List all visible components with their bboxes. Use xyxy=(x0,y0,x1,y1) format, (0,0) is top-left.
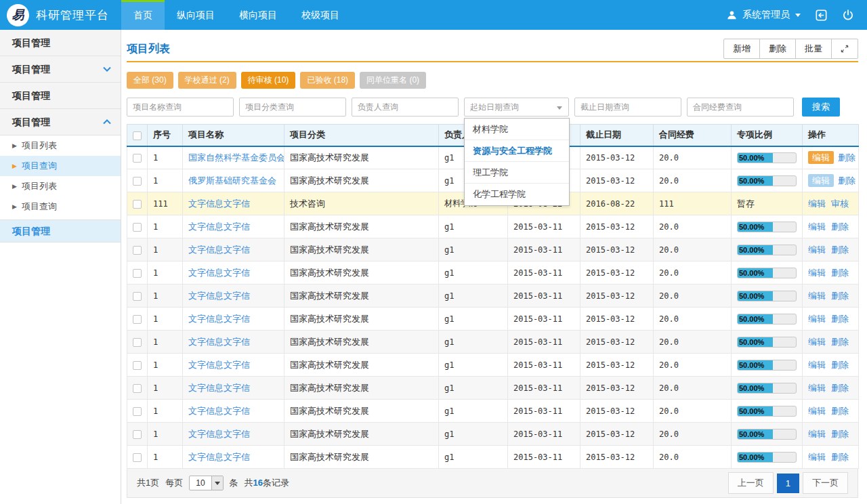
action-edit[interactable]: 编辑 xyxy=(808,245,826,255)
batch-button[interactable]: 批量 xyxy=(795,39,832,59)
row-checkbox[interactable] xyxy=(133,223,142,232)
search-button[interactable]: 搜索 xyxy=(802,98,840,117)
page-1-button[interactable]: 1 xyxy=(777,474,799,493)
dropdown-option-resources-safety[interactable]: 资源与安全工程学院 xyxy=(465,140,569,162)
row-checkbox[interactable] xyxy=(133,361,142,370)
sidebar-group-4[interactable]: 项目管理 xyxy=(0,109,121,135)
select-all-checkbox[interactable] xyxy=(133,131,142,140)
row-checkbox[interactable] xyxy=(133,246,142,255)
action-second[interactable]: 删除 xyxy=(831,360,849,370)
sidebar-item-project-list-2[interactable]: ▶ 项目列表 xyxy=(0,176,121,196)
action-edit[interactable]: 编辑 xyxy=(808,198,826,209)
action-second[interactable]: 删除 xyxy=(838,152,855,163)
add-button[interactable]: 新增 xyxy=(723,39,760,59)
action-edit[interactable]: 编辑 xyxy=(808,429,826,439)
action-edit[interactable]: 编辑 xyxy=(808,337,826,347)
nav-tab-vertical-projects[interactable]: 纵向项目 xyxy=(165,0,227,30)
row-checkbox[interactable] xyxy=(133,315,142,324)
cell-project-name-link[interactable]: 文字信息文字信 xyxy=(183,400,284,423)
action-edit[interactable]: 编辑 xyxy=(808,406,826,416)
action-second[interactable]: 删除 xyxy=(838,175,855,186)
action-second[interactable]: 删除 xyxy=(831,452,849,462)
action-edit[interactable]: 编辑 xyxy=(808,360,826,370)
row-checkbox[interactable] xyxy=(133,407,142,416)
row-checkbox[interactable] xyxy=(133,200,142,209)
dropdown-option-science-tech[interactable]: 理工学院 xyxy=(465,162,569,184)
filter-accepted[interactable]: 已验收 (18) xyxy=(300,72,355,89)
action-second[interactable]: 删除 xyxy=(831,222,849,232)
action-second[interactable]: 删除 xyxy=(831,291,849,301)
action-second[interactable]: 删除 xyxy=(831,268,849,278)
action-second[interactable]: 删除 xyxy=(831,383,849,393)
action-second[interactable]: 审核 xyxy=(831,198,849,209)
sidebar-item-project-query-1[interactable]: ▶ 项目查询 xyxy=(0,156,121,176)
cell-project-name-link[interactable]: 文字信息文字信 xyxy=(183,354,284,377)
action-edit[interactable]: 编辑 xyxy=(808,452,826,462)
row-checkbox[interactable] xyxy=(133,154,142,163)
filter-pending-review[interactable]: 待审核 (10) xyxy=(241,72,296,89)
cell-project-name-link[interactable]: 文字信息文字信 xyxy=(183,261,284,285)
sidebar-item-project-list-1[interactable]: ▶ 项目列表 xyxy=(0,135,121,156)
action-edit[interactable]: 编辑 xyxy=(808,174,834,187)
cell-project-name-link[interactable]: 文字信息文字信 xyxy=(183,446,284,469)
cell-project-name-link[interactable]: 文字信息文字信 xyxy=(183,285,284,308)
nav-tab-home[interactable]: 首页 xyxy=(121,0,165,30)
project-name-input[interactable] xyxy=(127,98,234,117)
exit-icon[interactable] xyxy=(814,8,828,22)
action-edit[interactable]: 编辑 xyxy=(808,268,826,278)
delete-button[interactable]: 删除 xyxy=(759,39,796,59)
end-date-input[interactable] xyxy=(574,98,681,117)
action-edit[interactable]: 编辑 xyxy=(808,383,826,393)
top-right-area: 系统管理员 xyxy=(725,0,867,30)
row-checkbox[interactable] xyxy=(133,430,142,439)
cell-project-name-link[interactable]: 文字信息文字信 xyxy=(183,308,284,331)
leader-input[interactable] xyxy=(352,98,459,117)
action-edit[interactable]: 编辑 xyxy=(808,222,826,232)
row-checkbox[interactable] xyxy=(133,384,142,393)
sidebar-group-1[interactable]: 项目管理 xyxy=(0,30,121,56)
cell-project-name-link[interactable]: 俄罗斯基础研究基金会 xyxy=(183,169,284,192)
row-checkbox[interactable] xyxy=(133,269,142,278)
row-checkbox[interactable] xyxy=(133,338,142,347)
row-checkbox[interactable] xyxy=(133,292,142,301)
filter-duplicate-name[interactable]: 同单位重名 (0) xyxy=(360,72,426,89)
sidebar-group-3[interactable]: 项目管理 xyxy=(0,83,121,109)
start-date-select[interactable]: 起始日期查询 材料学院 资源与安全工程学院 理工学院 化学工程学院 xyxy=(464,98,569,117)
action-edit[interactable]: 编辑 xyxy=(808,151,834,164)
user-menu[interactable]: 系统管理员 xyxy=(725,8,801,22)
prev-page-button[interactable]: 上一页 xyxy=(728,472,774,494)
sidebar-group-2[interactable]: 项目管理 xyxy=(0,56,121,83)
filter-all[interactable]: 全部 (30) xyxy=(127,72,173,89)
sidebar: 项目管理 项目管理 项目管理 项目管理 ▶ 项目列表 ▶ 项目查询 ▶ 项目列表… xyxy=(0,30,121,504)
action-second[interactable]: 删除 xyxy=(831,337,849,347)
nav-tab-school-projects[interactable]: 校级项目 xyxy=(289,0,352,30)
cell-project-name-link[interactable]: 国家自然科学基金委员会 xyxy=(183,146,284,169)
dropdown-option-chemical[interactable]: 化学工程学院 xyxy=(465,184,569,205)
cell-project-name-link[interactable]: 文字信息文字信 xyxy=(183,377,284,400)
row-checkbox[interactable] xyxy=(133,453,142,462)
row-checkbox[interactable] xyxy=(133,177,142,186)
per-page-select[interactable]: 10 xyxy=(189,476,223,490)
next-page-button[interactable]: 下一页 xyxy=(803,472,848,494)
cell-project-name-link[interactable]: 文字信息文字信 xyxy=(183,423,284,446)
cell-project-name-link[interactable]: 文字信息文字信 xyxy=(183,238,284,261)
action-second[interactable]: 删除 xyxy=(831,406,849,416)
action-second[interactable]: 删除 xyxy=(831,429,849,439)
expand-button[interactable] xyxy=(831,39,858,59)
dropdown-option-materials[interactable]: 材料学院 xyxy=(465,119,569,140)
cell-project-name-link[interactable]: 文字信息文字信 xyxy=(183,215,284,238)
contract-fund-input[interactable] xyxy=(687,98,794,117)
cell-project-name-link[interactable]: 文字信息文字信 xyxy=(183,192,284,215)
sidebar-item-project-management[interactable]: 项目管理 xyxy=(0,219,121,243)
action-second[interactable]: 删除 xyxy=(831,245,849,255)
action-second[interactable]: 删除 xyxy=(831,314,849,324)
cell-project-name-link[interactable]: 文字信息文字信 xyxy=(183,331,284,354)
nav-tab-horizontal-projects[interactable]: 横向项目 xyxy=(227,0,289,30)
cell-contract-fund: 20.0 xyxy=(654,169,732,192)
project-category-input[interactable] xyxy=(239,98,346,117)
action-edit[interactable]: 编辑 xyxy=(808,314,826,324)
sidebar-item-project-query-2[interactable]: ▶ 项目查询 xyxy=(0,196,121,217)
action-edit[interactable]: 编辑 xyxy=(808,291,826,301)
power-icon[interactable] xyxy=(841,8,855,22)
filter-school-passed[interactable]: 学校通过 (2) xyxy=(178,72,236,89)
